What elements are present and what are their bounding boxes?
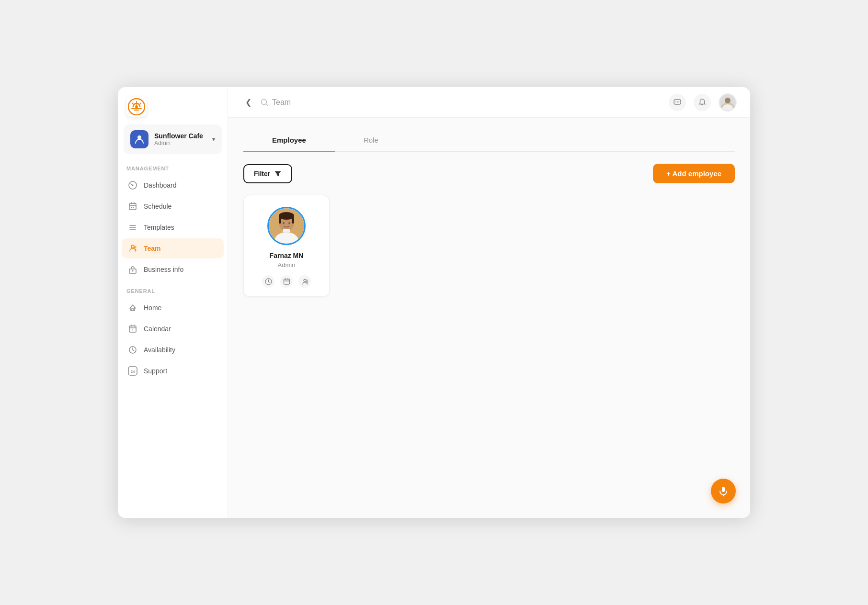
main-content: ❮ Team — [228, 87, 750, 518]
bell-icon — [698, 98, 707, 107]
app-logo-icon — [126, 97, 147, 117]
sidebar-logo — [118, 87, 228, 124]
svg-point-20 — [677, 101, 678, 102]
sidebar-item-templates-label: Templates — [144, 224, 174, 231]
sidebar-item-support-label: Support — [144, 367, 167, 375]
sidebar-item-availability[interactable]: Availability — [122, 340, 224, 360]
svg-point-8 — [131, 245, 134, 248]
templates-icon — [127, 222, 138, 233]
filter-button[interactable]: Filter — [243, 164, 292, 183]
svg-point-19 — [675, 101, 676, 102]
sidebar-item-templates[interactable]: Templates — [122, 217, 224, 237]
user-avatar[interactable] — [719, 93, 737, 112]
sidebar: Sunflower Cafe Admin ▾ MANAGEMENT Dashbo… — [118, 87, 228, 518]
svg-rect-35 — [284, 279, 289, 284]
workspace-info: Sunflower Cafe Admin — [154, 132, 206, 146]
microphone-icon — [718, 486, 729, 496]
workspace-name: Sunflower Cafe — [154, 132, 206, 140]
sidebar-item-team-label: Team — [144, 245, 161, 252]
calendar-small-icon — [283, 278, 290, 285]
employee-grid: Farnaz MN Admin — [243, 195, 735, 297]
employee-name: Farnaz MN — [270, 252, 304, 259]
tab-role[interactable]: Role — [335, 129, 407, 152]
employee-actions — [262, 275, 311, 288]
employee-role: Admin — [278, 261, 296, 269]
employee-schedule-button[interactable] — [280, 275, 293, 288]
svg-point-33 — [288, 222, 290, 224]
svg-point-23 — [725, 98, 731, 103]
team-small-icon — [301, 278, 308, 285]
svg-rect-31 — [283, 229, 290, 232]
management-nav: Dashboard Schedule — [118, 175, 228, 280]
business-info-icon — [127, 264, 138, 275]
management-section-label: MANAGEMENT — [118, 163, 228, 175]
sidebar-item-dashboard[interactable]: Dashboard — [122, 175, 224, 195]
sidebar-item-home[interactable]: Home — [122, 298, 224, 318]
workspace-role: Admin — [154, 140, 206, 146]
availability-icon — [127, 345, 138, 355]
toolbar: Filter + Add employee — [243, 164, 735, 183]
schedule-icon — [127, 201, 138, 212]
employee-avatar — [269, 208, 304, 244]
topbar: ❮ Team — [228, 87, 750, 118]
messages-button[interactable] — [669, 94, 686, 111]
svg-rect-30 — [292, 217, 294, 224]
svg-point-37 — [306, 280, 308, 281]
sidebar-item-schedule-label: Schedule — [144, 202, 171, 210]
svg-point-36 — [304, 279, 306, 281]
chevron-down-icon: ▾ — [212, 136, 215, 143]
tabs-container: Employee Role — [243, 129, 735, 152]
sidebar-item-schedule[interactable]: Schedule — [122, 196, 224, 216]
sidebar-item-team[interactable]: Team — [122, 238, 224, 258]
sidebar-item-calendar-label: Calendar — [144, 325, 171, 333]
topbar-search: Team — [261, 98, 291, 107]
svg-point-4 — [132, 185, 134, 186]
content-area: Employee Role Filter + Add employee — [228, 118, 750, 518]
sidebar-item-support[interactable]: 24 Support — [122, 361, 224, 381]
dashboard-icon — [127, 180, 138, 190]
filter-icon — [274, 170, 282, 178]
clock-icon — [265, 278, 272, 285]
calendar-icon: 8 — [127, 324, 138, 334]
messages-icon — [673, 98, 682, 107]
employee-team-button[interactable] — [298, 275, 311, 288]
topbar-title: Team — [272, 98, 291, 107]
svg-point-2 — [137, 135, 141, 139]
team-icon — [127, 243, 138, 254]
svg-rect-6 — [131, 207, 132, 208]
svg-point-1 — [135, 105, 138, 108]
general-nav: Home 8 Calendar — [118, 298, 228, 382]
svg-rect-38 — [722, 487, 725, 492]
sidebar-item-calendar[interactable]: 8 Calendar — [122, 319, 224, 339]
add-employee-button[interactable]: + Add employee — [653, 164, 735, 183]
svg-point-21 — [678, 101, 679, 102]
svg-rect-5 — [129, 203, 136, 210]
add-employee-label: + Add employee — [666, 169, 721, 178]
search-icon — [261, 99, 268, 106]
svg-rect-7 — [133, 207, 134, 208]
employee-card[interactable]: Farnaz MN Admin — [243, 195, 330, 297]
svg-text:8: 8 — [132, 329, 134, 332]
filter-label: Filter — [254, 170, 270, 178]
tab-employee[interactable]: Employee — [243, 129, 335, 152]
sidebar-item-business-info[interactable]: Business info — [122, 259, 224, 280]
svg-rect-29 — [279, 217, 281, 224]
workspace-avatar — [130, 130, 148, 148]
home-icon — [127, 302, 138, 313]
employee-avatar-wrap — [267, 207, 306, 245]
sidebar-item-home-label: Home — [144, 304, 161, 312]
svg-point-11 — [132, 270, 134, 272]
topbar-actions — [669, 93, 737, 112]
sidebar-item-availability-label: Availability — [144, 346, 175, 354]
employee-clock-button[interactable] — [262, 275, 274, 288]
support-icon: 24 — [127, 366, 138, 376]
svg-point-32 — [283, 222, 285, 224]
workspace-selector[interactable]: Sunflower Cafe Admin ▾ — [124, 124, 222, 154]
fab-microphone-button[interactable] — [711, 479, 736, 504]
svg-text:24: 24 — [131, 370, 135, 374]
general-section-label: GENERAL — [118, 285, 228, 298]
sidebar-item-business-info-label: Business info — [144, 266, 183, 273]
collapse-sidebar-button[interactable]: ❮ — [241, 96, 255, 109]
notifications-button[interactable] — [694, 94, 711, 111]
sidebar-item-dashboard-label: Dashboard — [144, 181, 177, 189]
